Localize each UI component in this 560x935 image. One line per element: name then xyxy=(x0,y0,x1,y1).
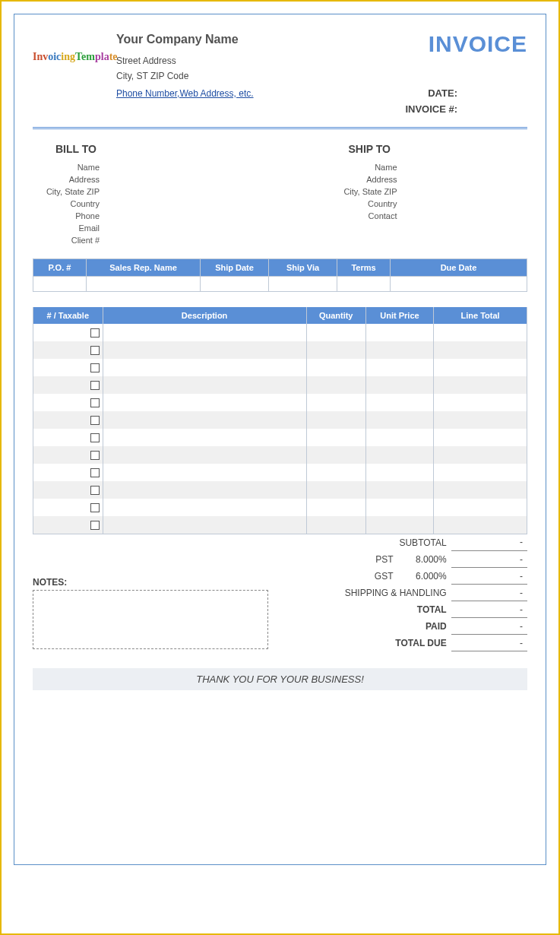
checkbox-icon[interactable] xyxy=(90,433,100,442)
line-total[interactable] xyxy=(434,324,527,341)
order-po[interactable] xyxy=(33,277,87,292)
company-info: Your Company Name Street Address City, S… xyxy=(116,28,383,119)
bill-city-label: City, State ZIP xyxy=(33,187,104,196)
line-unitprice[interactable] xyxy=(365,411,433,429)
line-unitprice[interactable] xyxy=(365,394,433,411)
logo-text: InvoicingTemplate xyxy=(33,51,118,62)
line-quantity[interactable] xyxy=(306,464,365,481)
line-row xyxy=(33,464,527,481)
line-description[interactable] xyxy=(103,341,306,359)
line-description[interactable] xyxy=(103,394,306,411)
line-taxable[interactable] xyxy=(33,394,103,411)
checkbox-icon[interactable] xyxy=(90,363,100,372)
line-total[interactable] xyxy=(434,446,527,464)
checkbox-icon[interactable] xyxy=(90,468,100,477)
line-taxable[interactable] xyxy=(33,481,103,499)
line-unitprice[interactable] xyxy=(365,464,433,481)
line-quantity[interactable] xyxy=(306,376,365,394)
checkbox-icon[interactable] xyxy=(90,381,100,390)
line-taxable[interactable] xyxy=(33,376,103,394)
line-unitprice[interactable] xyxy=(365,359,433,376)
checkbox-icon[interactable] xyxy=(90,451,100,460)
line-taxable[interactable] xyxy=(33,324,103,341)
line-unitprice[interactable] xyxy=(365,516,433,534)
line-quantity[interactable] xyxy=(306,394,365,411)
line-quantity[interactable] xyxy=(306,516,365,534)
ship-to-title: SHIP TO xyxy=(349,143,528,155)
line-quantity[interactable] xyxy=(306,499,365,516)
notes-section: NOTES: xyxy=(33,534,268,652)
total-value: - xyxy=(451,601,527,618)
checkbox-icon[interactable] xyxy=(90,346,100,355)
line-description[interactable] xyxy=(103,324,306,341)
line-total[interactable] xyxy=(434,429,527,446)
line-total[interactable] xyxy=(434,464,527,481)
line-total[interactable] xyxy=(434,411,527,429)
line-quantity[interactable] xyxy=(306,324,365,341)
th-terms: Terms xyxy=(337,259,391,277)
line-unitprice[interactable] xyxy=(365,376,433,394)
city-line: City, ST ZIP Code xyxy=(116,71,383,81)
line-description[interactable] xyxy=(103,429,306,446)
checkbox-icon[interactable] xyxy=(90,503,100,512)
checkbox-icon[interactable] xyxy=(90,398,100,407)
checkbox-icon[interactable] xyxy=(90,486,100,495)
line-taxable[interactable] xyxy=(33,499,103,516)
line-taxable[interactable] xyxy=(33,359,103,376)
line-description[interactable] xyxy=(103,411,306,429)
header-divider xyxy=(33,127,527,129)
line-taxable[interactable] xyxy=(33,446,103,464)
ship-address-label: Address xyxy=(288,175,402,184)
line-total[interactable] xyxy=(434,499,527,516)
line-total[interactable] xyxy=(434,341,527,359)
line-unitprice[interactable] xyxy=(365,429,433,446)
line-unitprice[interactable] xyxy=(365,499,433,516)
line-total[interactable] xyxy=(434,394,527,411)
checkbox-icon[interactable] xyxy=(90,328,100,338)
line-unitprice[interactable] xyxy=(365,481,433,499)
order-shipdate[interactable] xyxy=(201,277,269,292)
line-row xyxy=(33,499,527,516)
line-unitprice[interactable] xyxy=(365,324,433,341)
line-quantity[interactable] xyxy=(306,481,365,499)
line-total[interactable] xyxy=(434,516,527,534)
line-quantity[interactable] xyxy=(306,341,365,359)
line-description[interactable] xyxy=(103,464,306,481)
line-taxable[interactable] xyxy=(33,516,103,534)
line-total[interactable] xyxy=(434,481,527,499)
line-description[interactable] xyxy=(103,446,306,464)
bill-address-label: Address xyxy=(33,175,104,184)
line-total[interactable] xyxy=(434,376,527,394)
line-description[interactable] xyxy=(103,499,306,516)
line-description[interactable] xyxy=(103,481,306,499)
line-row xyxy=(33,376,527,394)
line-taxable[interactable] xyxy=(33,411,103,429)
thankyou: THANK YOU FOR YOUR BUSINESS! xyxy=(33,668,527,690)
line-quantity[interactable] xyxy=(306,446,365,464)
order-shipvia[interactable] xyxy=(269,277,337,292)
bill-to-title: BILL TO xyxy=(55,143,273,155)
line-taxable[interactable] xyxy=(33,429,103,446)
date-label: DATE: xyxy=(383,87,527,99)
line-unitprice[interactable] xyxy=(365,446,433,464)
line-description[interactable] xyxy=(103,359,306,376)
totals-area: NOTES: SUBTOTAL - PST 8.000% - GST 6.000… xyxy=(33,534,527,652)
order-due[interactable] xyxy=(391,277,527,292)
line-taxable[interactable] xyxy=(33,464,103,481)
line-quantity[interactable] xyxy=(306,359,365,376)
checkbox-icon[interactable] xyxy=(90,416,100,425)
line-unitprice[interactable] xyxy=(365,341,433,359)
notes-box[interactable] xyxy=(33,590,268,649)
line-total[interactable] xyxy=(434,359,527,376)
line-description[interactable] xyxy=(103,516,306,534)
contact-link[interactable]: Phone Number,Web Address, etc. xyxy=(116,88,254,99)
line-description[interactable] xyxy=(103,376,306,394)
line-quantity[interactable] xyxy=(306,429,365,446)
checkbox-icon[interactable] xyxy=(90,521,100,530)
line-quantity[interactable] xyxy=(306,411,365,429)
th-description: Description xyxy=(103,307,306,324)
order-terms[interactable] xyxy=(337,277,391,292)
line-taxable[interactable] xyxy=(33,341,103,359)
order-rep[interactable] xyxy=(87,277,201,292)
shipping-value: - xyxy=(451,585,527,601)
